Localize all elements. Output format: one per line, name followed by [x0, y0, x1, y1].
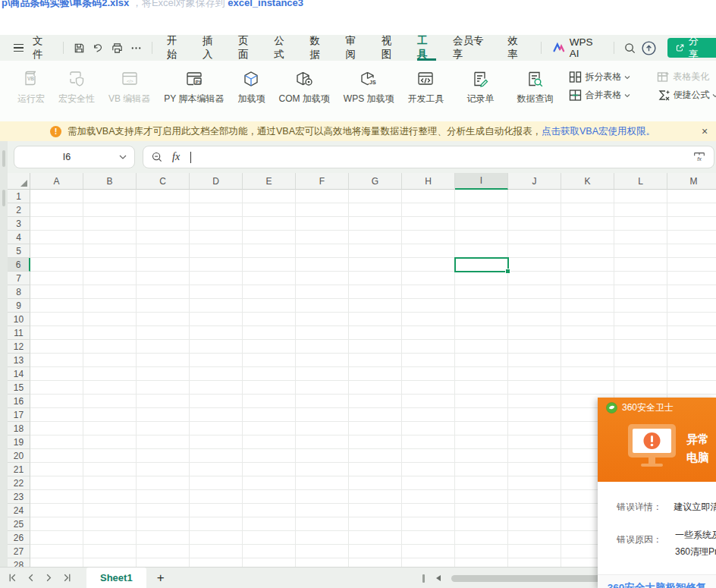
cell-B4[interactable] — [83, 231, 137, 244]
row-header-24[interactable]: 24 — [8, 504, 30, 517]
cell-D12[interactable] — [190, 340, 243, 354]
cell-M2[interactable] — [667, 203, 716, 217]
row-header-16[interactable]: 16 — [8, 395, 30, 408]
cell-L11[interactable] — [614, 326, 667, 340]
cell-F16[interactable] — [296, 395, 349, 408]
cell-M5[interactable] — [667, 244, 716, 258]
cell-I2[interactable] — [455, 203, 508, 217]
next-sheet-icon[interactable] — [43, 572, 55, 583]
cell-H3[interactable] — [402, 217, 455, 231]
cell-D15[interactable] — [190, 381, 243, 395]
cell-I10[interactable] — [455, 313, 508, 326]
cell-D23[interactable] — [190, 490, 243, 504]
cell-B13[interactable] — [83, 354, 137, 367]
cell-E15[interactable] — [243, 381, 296, 395]
cell-D11[interactable] — [190, 326, 243, 340]
wps-ai-button[interactable]: WPS AI — [548, 36, 608, 59]
cell-J26[interactable] — [508, 531, 561, 545]
cell-M9[interactable] — [667, 299, 716, 313]
cell-A2[interactable] — [30, 203, 83, 217]
cell-L13[interactable] — [614, 354, 667, 367]
cell-C21[interactable] — [137, 463, 190, 476]
cell-J4[interactable] — [508, 231, 561, 244]
cell-H21[interactable] — [402, 463, 455, 476]
cell-F14[interactable] — [296, 367, 349, 381]
cell-H24[interactable] — [402, 504, 455, 517]
cell-G12[interactable] — [349, 340, 402, 354]
add-sheet-button[interactable]: + — [157, 571, 165, 586]
cell-L7[interactable] — [614, 272, 667, 285]
cell-C25[interactable] — [137, 517, 190, 531]
cell-D28[interactable] — [190, 558, 243, 567]
row-header-15[interactable]: 15 — [8, 381, 30, 395]
column-header-L[interactable]: L — [614, 173, 667, 190]
cell-L9[interactable] — [614, 299, 667, 313]
cell-B17[interactable] — [83, 408, 137, 422]
cell-A21[interactable] — [30, 463, 83, 476]
row-header-19[interactable]: 19 — [8, 435, 30, 449]
cell-F5[interactable] — [296, 244, 349, 258]
menu-tab-页面[interactable]: 页面 — [230, 35, 265, 61]
cell-C17[interactable] — [137, 408, 190, 422]
ribbon-button-handy-formula[interactable]: 便捷公式 — [657, 89, 716, 102]
row-header-1[interactable]: 1 — [8, 190, 30, 203]
cell-B24[interactable] — [83, 504, 137, 517]
cell-A1[interactable] — [30, 190, 83, 203]
first-sheet-icon[interactable] — [7, 572, 18, 583]
cell-J20[interactable] — [508, 449, 561, 463]
hscroll-left-arrow-icon[interactable] — [436, 575, 441, 581]
cell-A17[interactable] — [30, 408, 83, 422]
row-header-23[interactable]: 23 — [8, 490, 30, 504]
cell-H10[interactable] — [402, 313, 455, 326]
cell-L15[interactable] — [614, 381, 667, 395]
cell-J3[interactable] — [508, 217, 561, 231]
cell-H18[interactable] — [402, 422, 455, 435]
column-header-F[interactable]: F — [296, 173, 349, 190]
cell-F2[interactable] — [296, 203, 349, 217]
cell-I11[interactable] — [455, 326, 508, 340]
cell-A28[interactable] — [30, 558, 83, 567]
cell-K12[interactable] — [561, 340, 614, 354]
cell-J19[interactable] — [508, 435, 561, 449]
row-header-11[interactable]: 11 — [8, 326, 30, 340]
column-header-E[interactable]: E — [243, 173, 296, 190]
cell-H27[interactable] — [402, 545, 455, 558]
cell-D4[interactable] — [190, 231, 243, 244]
cell-E14[interactable] — [243, 367, 296, 381]
cell-D25[interactable] — [190, 517, 243, 531]
pane-handle[interactable] — [2, 190, 5, 206]
cell-J15[interactable] — [508, 381, 561, 395]
cell-E16[interactable] — [243, 395, 296, 408]
cell-B27[interactable] — [83, 545, 137, 558]
cell-J18[interactable] — [508, 422, 561, 435]
cell-C15[interactable] — [137, 381, 190, 395]
menu-tab-数据[interactable]: 数据 — [301, 35, 337, 61]
cell-D13[interactable] — [190, 354, 243, 367]
menu-tab-公式[interactable]: 公式 — [265, 35, 301, 61]
cell-H20[interactable] — [402, 449, 455, 463]
cell-L4[interactable] — [614, 231, 667, 244]
cell-F6[interactable] — [296, 258, 349, 272]
cell-E22[interactable] — [243, 476, 296, 490]
cell-F26[interactable] — [296, 531, 349, 545]
chevron-down-icon[interactable] — [624, 74, 630, 80]
cell-G28[interactable] — [349, 558, 402, 567]
row-header-13[interactable]: 13 — [8, 354, 30, 367]
cell-H19[interactable] — [402, 435, 455, 449]
cell-L10[interactable] — [614, 313, 667, 326]
cell-G27[interactable] — [349, 545, 402, 558]
cell-F9[interactable] — [296, 299, 349, 313]
cell-F15[interactable] — [296, 381, 349, 395]
cell-G5[interactable] — [349, 244, 402, 258]
cell-D20[interactable] — [190, 449, 243, 463]
cell-F20[interactable] — [296, 449, 349, 463]
cell-D24[interactable] — [190, 504, 243, 517]
cell-E12[interactable] — [243, 340, 296, 354]
menu-tab-视图[interactable]: 视图 — [373, 35, 409, 61]
cell-H14[interactable] — [402, 367, 455, 381]
cell-I5[interactable] — [455, 244, 508, 258]
cell-A3[interactable] — [30, 217, 83, 231]
cell-E21[interactable] — [243, 463, 296, 476]
cell-H25[interactable] — [402, 517, 455, 531]
cell-H4[interactable] — [402, 231, 455, 244]
